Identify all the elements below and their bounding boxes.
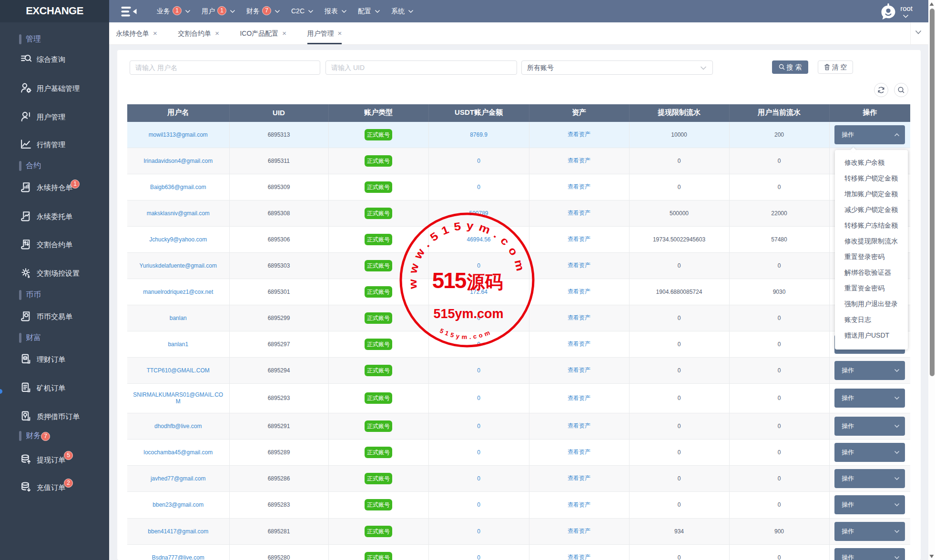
svg-text:515ym.com: 515ym.com	[433, 307, 503, 321]
svg-text:515ym.com: 515ym.com	[438, 327, 493, 340]
svg-text:515源码: 515源码	[432, 268, 503, 293]
